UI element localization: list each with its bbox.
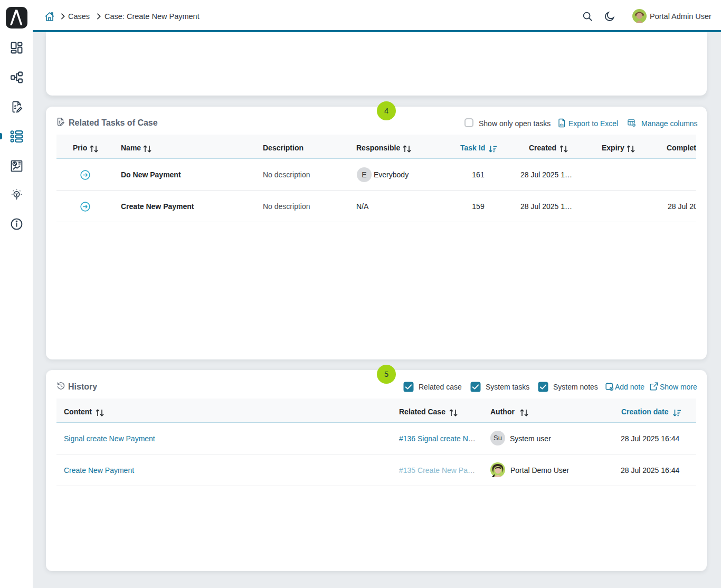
svg-text:xls: xls <box>559 123 563 126</box>
